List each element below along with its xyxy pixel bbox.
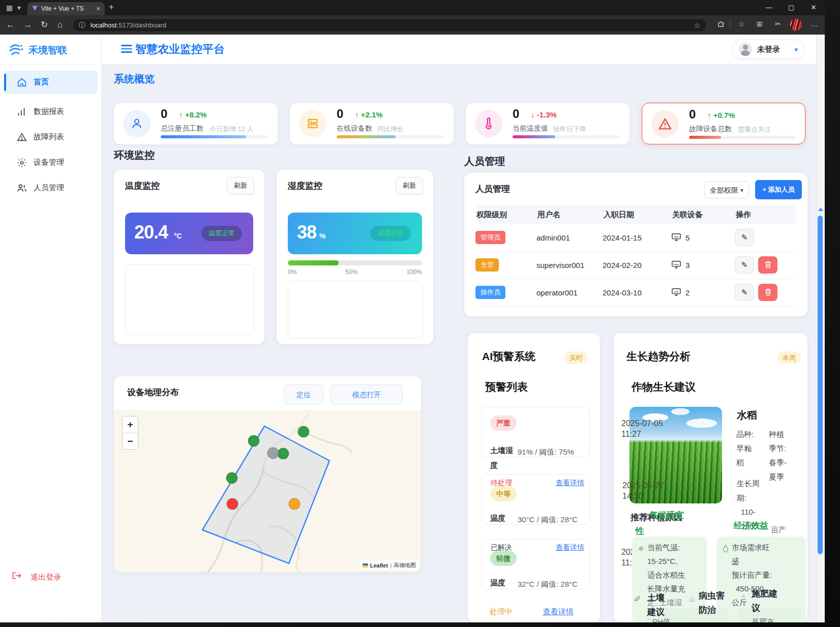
favorite-star-icon[interactable]: ☆: [694, 21, 700, 29]
app-header: 智慧农业监控平台 未登录 ▾: [102, 35, 825, 65]
alert-detail-link[interactable]: 查看详情: [556, 543, 584, 552]
date-cell: 2024-03-10: [603, 288, 671, 297]
browser-titlebar: ▦ ▾ Vite + Vue + TS ✕ + — ▢ ✕: [0, 0, 825, 15]
soil-advice-heading-wrap: 建议: [647, 606, 665, 618]
device-marker-fault[interactable]: [227, 498, 238, 510]
leaflet-map[interactable]: + − Leaflet | 高德地图: [114, 410, 421, 572]
severity-badge: 中等: [490, 486, 517, 501]
device-marker-normal[interactable]: [298, 426, 309, 437]
stat-value: 0: [161, 107, 167, 121]
delete-button[interactable]: [758, 256, 777, 274]
device-marker-warning[interactable]: [289, 498, 300, 510]
humidity-scale: 0%50%100%: [288, 268, 422, 276]
crop-variety: 品种: 早籼稻: [736, 427, 756, 470]
alert-item[interactable]: 待处理 查看详情 中等 温度 30°C / 阈值: 28°C: [482, 474, 590, 525]
humidity-progress: [288, 260, 422, 265]
sidebar-item-reports[interactable]: 数据报表: [4, 100, 98, 124]
crop-season: 种植季节: 春季-夏季: [769, 427, 787, 484]
refresh-icon[interactable]: ↻: [41, 19, 48, 31]
stat-label: 当前温度值: [513, 124, 548, 133]
pest-advice-heading: 病虫害: [699, 590, 725, 602]
alert-item[interactable]: 已解决 查看详情 轻微 温度 32°C / 阈值: 28°C: [482, 539, 590, 589]
address-bar[interactable]: ⓘ localhost:5173/dashboard ☆: [72, 18, 707, 32]
page-title: 智慧农业监控平台: [135, 42, 225, 57]
workspaces-icon[interactable]: ▦: [6, 3, 13, 12]
site-info-icon[interactable]: ⓘ: [79, 21, 85, 30]
vite-favicon: [32, 4, 38, 13]
delete-button[interactable]: [758, 284, 777, 301]
table-header: 权限级别用户名入职日期关联设备操作: [475, 205, 796, 224]
sidebar-item-staff[interactable]: 人员管理: [4, 176, 98, 200]
status-badge: 湿度正常: [370, 226, 411, 241]
profile-avatar[interactable]: [790, 19, 802, 31]
menu-toggle-icon[interactable]: [121, 45, 132, 53]
zoom-in-button[interactable]: +: [123, 416, 138, 433]
alert-status: 处理中: [490, 607, 513, 617]
role-badge: 主管: [475, 258, 499, 272]
text-fragment: PH值: [652, 617, 671, 622]
device-marker-offline[interactable]: [267, 447, 279, 459]
logout-label: 退出登录: [31, 573, 61, 581]
sidebar-item-home[interactable]: 首页: [4, 71, 98, 94]
stat-label: 总注册员工数: [161, 124, 203, 133]
collections-icon[interactable]: ⊞: [757, 20, 763, 28]
sidebar-item-devices[interactable]: 设备管理: [4, 151, 98, 174]
tab-close-icon[interactable]: ✕: [96, 6, 101, 12]
extensions-icon[interactable]: [717, 20, 725, 29]
soil-advice-heading: 土壤: [647, 592, 665, 604]
back-icon[interactable]: ←: [6, 19, 15, 31]
tab-list-icon[interactable]: ▾: [17, 3, 21, 12]
browser-tab[interactable]: Vite + Vue + TS ✕: [27, 2, 105, 15]
scrollbar-thumb[interactable]: [818, 216, 823, 554]
sidebar-item-label: 故障列表: [34, 132, 64, 142]
scrollbar-up-arrow[interactable]: [818, 207, 823, 211]
stat-sublabel: 同比增长: [377, 125, 404, 134]
device-marker-normal[interactable]: [278, 448, 289, 459]
logout-button[interactable]: 退出登录: [12, 572, 61, 582]
leaflet-link[interactable]: Leaflet: [370, 562, 388, 569]
alert-detail-link[interactable]: 查看详情: [543, 607, 574, 617]
alert-item[interactable]: 严重 土壤湿度 91% / 阈值: 75%: [482, 407, 590, 457]
field-polygon[interactable]: [202, 426, 329, 563]
temperature-value: 20.4: [134, 222, 168, 243]
status-badge: 温度正常: [201, 226, 242, 241]
stat-progress: [161, 135, 267, 138]
permission-filter-select[interactable]: 全部权限▾: [704, 181, 749, 198]
map-provider: 高德地图: [394, 561, 416, 569]
forward-icon[interactable]: →: [23, 19, 32, 31]
device-marker-normal[interactable]: [248, 435, 259, 446]
edit-button[interactable]: ✎: [735, 256, 754, 274]
screenshot-icon[interactable]: ✂: [775, 20, 781, 28]
zoom-out-button[interactable]: −: [123, 433, 138, 450]
severity-badge: 严重: [490, 415, 517, 431]
alert-triangle-icon: [651, 110, 679, 138]
table-row: 主管 supervisor001 2024-02-20 3 ✎: [475, 251, 796, 279]
stat-label: 在线设备数: [337, 124, 372, 133]
card-title: 人员管理: [475, 183, 510, 195]
more-menu-icon[interactable]: …: [811, 20, 818, 28]
minimize-button[interactable]: —: [758, 0, 780, 15]
sidebar-item-label: 人员管理: [34, 183, 64, 193]
add-staff-button[interactable]: + 添加人员: [755, 180, 802, 199]
new-tab-button[interactable]: +: [109, 2, 114, 12]
maximize-button[interactable]: ▢: [780, 0, 802, 15]
device-marker-normal[interactable]: [226, 472, 237, 484]
edit-button[interactable]: ✎: [735, 229, 754, 246]
login-label: 未登录: [757, 45, 780, 54]
edit-button[interactable]: ✎: [735, 284, 754, 301]
favorites-icon[interactable]: ☆: [738, 20, 745, 28]
device-map-card: 设备地理分布 定位 模态打开 +: [114, 376, 421, 572]
home-icon[interactable]: ⌂: [57, 19, 63, 31]
alert-detail-link[interactable]: 查看详情: [556, 479, 584, 488]
sidebar: 禾境智联 首页 数据报表: [0, 35, 102, 622]
open-modal-button[interactable]: 模态打开: [331, 384, 403, 405]
locate-button[interactable]: 定位: [284, 384, 323, 405]
close-button[interactable]: ✕: [802, 0, 825, 15]
refresh-button[interactable]: 刷新: [227, 177, 254, 194]
login-status[interactable]: 未登录 ▾: [732, 40, 804, 59]
economy-heading: 经济效益: [734, 520, 768, 531]
map-attribution: Leaflet | 高德地图: [359, 560, 419, 570]
sidebar-item-faults[interactable]: 故障列表: [4, 126, 98, 149]
map-canvas: [114, 410, 421, 572]
refresh-button[interactable]: 刷新: [396, 177, 423, 194]
